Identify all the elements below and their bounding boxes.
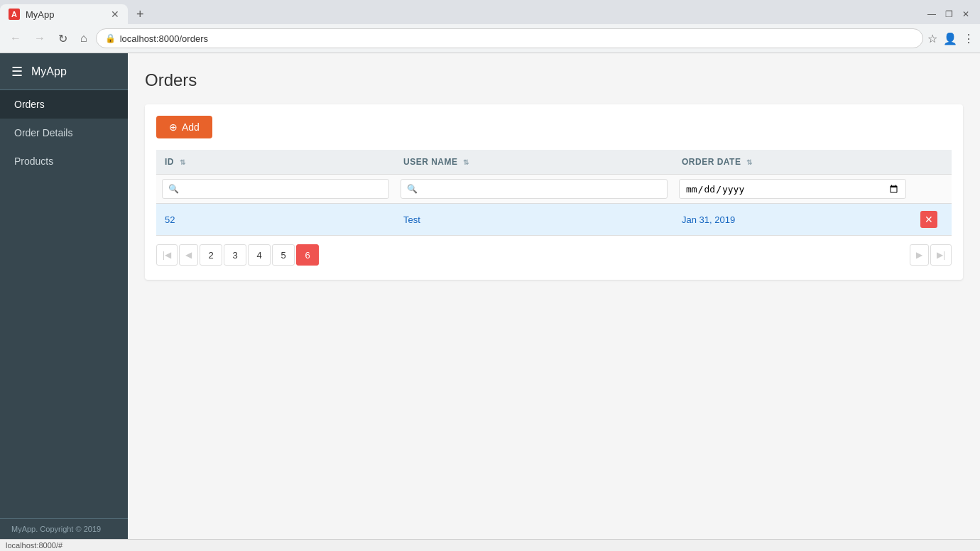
first-page-icon: |◀: [163, 250, 171, 260]
page-button-2[interactable]: 2: [200, 244, 222, 266]
column-username-label: USER NAME: [403, 157, 458, 167]
sidebar-label-order-details: Order Details: [14, 127, 72, 138]
status-url: localhost:8000/#: [6, 541, 62, 550]
tab-title: MyApp: [26, 9, 105, 20]
tab-bar: A MyApp ✕ + — ❐ ✕: [0, 0, 980, 24]
page-button-4[interactable]: 4: [248, 244, 271, 266]
browser-toolbar: ← → ↻ ⌂ 🔒 localhost:8000/orders ☆ 👤 ⋮: [0, 24, 980, 53]
order-date-link[interactable]: Jan 31, 2019: [682, 214, 735, 225]
delete-icon: ✕: [925, 214, 933, 225]
order-id-link[interactable]: 52: [165, 214, 175, 225]
username-search-icon: 🔍: [407, 184, 418, 194]
sidebar-label-products: Products: [14, 156, 53, 167]
order-username-link[interactable]: Test: [403, 214, 420, 225]
address-bar[interactable]: 🔒 localhost:8000/orders: [96, 28, 923, 48]
sidebar-footer: MyApp. Copyright © 2019: [0, 518, 128, 539]
browser-chrome: A MyApp ✕ + — ❐ ✕ ← → ↻ ⌂ 🔒 localhost:80…: [0, 0, 980, 53]
filter-cell-actions: [912, 175, 952, 204]
window-controls: — ❐ ✕: [926, 9, 980, 20]
column-header-actions: [912, 150, 952, 175]
page-label-4: 4: [257, 250, 262, 261]
status-bar: localhost:8000/#: [0, 539, 980, 551]
hamburger-menu-button[interactable]: ☰: [11, 64, 23, 80]
url-text: localhost:8000/orders: [120, 33, 208, 44]
sort-username-icon[interactable]: ⇅: [463, 158, 469, 166]
table-header-row: ID ⇅ USER NAME ⇅ ORDER DATE ⇅: [156, 150, 952, 175]
username-filter-container: 🔍: [401, 179, 668, 199]
home-button[interactable]: ⌂: [76, 29, 92, 48]
column-header-username[interactable]: USER NAME ⇅: [395, 150, 673, 175]
column-header-orderdate[interactable]: ORDER DATE ⇅: [673, 150, 912, 175]
sort-orderdate-icon[interactable]: ⇅: [746, 158, 753, 166]
last-page-icon: ▶|: [937, 250, 945, 260]
next-page-button[interactable]: ▶: [910, 244, 929, 266]
username-filter-input[interactable]: [420, 182, 661, 197]
forward-button[interactable]: →: [30, 29, 50, 48]
reload-button[interactable]: ↻: [54, 29, 72, 48]
next-page-icon: ▶: [916, 250, 922, 260]
table-row: 52 Test Jan 31, 2019 ✕: [156, 204, 952, 236]
prev-page-button[interactable]: ◀: [179, 244, 198, 266]
last-page-button[interactable]: ▶|: [930, 244, 952, 266]
page-label-5: 5: [281, 250, 286, 261]
toolbar-right: ☆ 👤 ⋮: [927, 32, 974, 45]
pagination-right: ▶ ▶|: [910, 244, 952, 266]
date-filter-container: [679, 179, 906, 199]
column-header-id[interactable]: ID ⇅: [156, 150, 395, 175]
id-filter-container: 🔍: [162, 179, 389, 199]
sidebar-item-products[interactable]: Products: [0, 147, 128, 175]
filter-cell-id: 🔍: [156, 175, 395, 204]
add-button[interactable]: ⊕ Add: [156, 116, 212, 138]
prev-page-icon: ◀: [185, 250, 192, 260]
sidebar-nav: Orders Order Details Products: [0, 90, 128, 175]
lock-icon: 🔒: [105, 33, 116, 43]
pagination: |◀ ◀ 2 3 4 5 6: [156, 236, 952, 268]
main-content: Orders ⊕ Add ID ⇅ USER NAME ⇅: [128, 53, 980, 539]
bookmark-icon[interactable]: ☆: [927, 32, 937, 45]
user-icon[interactable]: 👤: [943, 32, 957, 45]
copyright-text: MyApp. Copyright © 2019: [11, 525, 101, 533]
close-button[interactable]: ✕: [960, 9, 971, 20]
back-button[interactable]: ←: [6, 29, 26, 48]
minimize-button[interactable]: —: [926, 9, 937, 20]
page-label-2: 2: [209, 250, 214, 261]
cell-id: 52: [156, 204, 395, 236]
menu-icon[interactable]: ⋮: [963, 32, 974, 45]
sort-id-icon[interactable]: ⇅: [180, 158, 186, 166]
filter-cell-username: 🔍: [395, 175, 673, 204]
filter-cell-orderdate: [673, 175, 912, 204]
cell-username: Test: [395, 204, 673, 236]
cell-actions: ✕: [912, 204, 952, 236]
tab-favicon: A: [9, 9, 20, 20]
orders-table: ID ⇅ USER NAME ⇅ ORDER DATE ⇅: [156, 150, 952, 236]
first-page-button[interactable]: |◀: [156, 244, 178, 266]
id-search-icon: 🔍: [168, 184, 179, 194]
column-id-label: ID: [165, 157, 174, 167]
page-title: Orders: [145, 70, 963, 90]
cell-orderdate: Jan 31, 2019: [673, 204, 912, 236]
tab-close-icon[interactable]: ✕: [111, 9, 119, 20]
table-filter-row: 🔍 🔍: [156, 175, 952, 204]
add-button-label: Add: [182, 121, 200, 133]
app-wrapper: ☰ MyApp Orders Order Details Products My…: [0, 53, 980, 539]
page-button-6[interactable]: 6: [296, 244, 319, 266]
page-label-6: 6: [305, 250, 310, 261]
orders-card: ⊕ Add ID ⇅ USER NAME ⇅: [145, 104, 963, 280]
page-label-3: 3: [233, 250, 238, 261]
page-button-3[interactable]: 3: [224, 244, 246, 266]
sidebar-item-order-details[interactable]: Order Details: [0, 119, 128, 147]
column-orderdate-label: ORDER DATE: [682, 157, 741, 167]
maximize-button[interactable]: ❐: [943, 9, 954, 20]
add-icon: ⊕: [169, 121, 178, 133]
sidebar: ☰ MyApp Orders Order Details Products My…: [0, 53, 128, 539]
sidebar-header: ☰ MyApp: [0, 53, 128, 90]
app-name: MyApp: [31, 65, 67, 78]
id-filter-input[interactable]: [182, 182, 383, 197]
page-button-5[interactable]: 5: [272, 244, 295, 266]
delete-button[interactable]: ✕: [920, 211, 937, 228]
sidebar-label-orders: Orders: [14, 99, 45, 110]
browser-tab[interactable]: A MyApp ✕: [0, 4, 128, 24]
sidebar-item-orders[interactable]: Orders: [0, 90, 128, 119]
new-tab-button[interactable]: +: [131, 7, 150, 22]
date-filter-input[interactable]: [685, 183, 900, 195]
